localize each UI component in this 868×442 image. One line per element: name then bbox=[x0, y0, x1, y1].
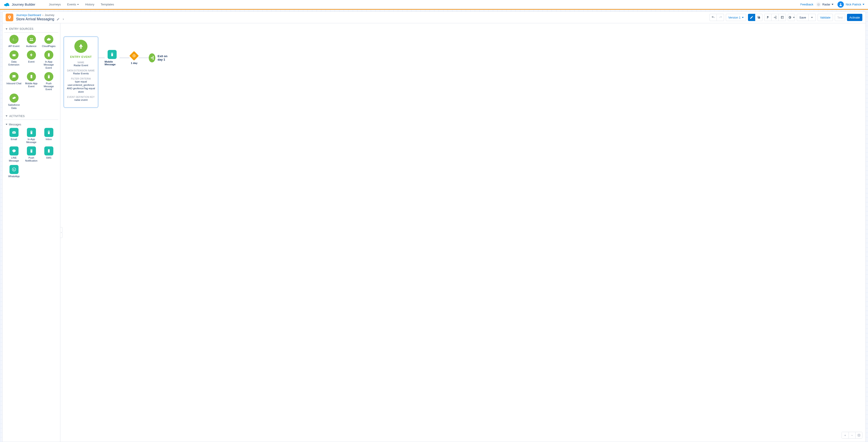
tile-in-app-message-event[interactable]: In-App Message Event bbox=[40, 51, 57, 69]
feedback-link[interactable]: Feedback bbox=[800, 3, 813, 6]
mobile-message-icon bbox=[107, 50, 117, 59]
save-button[interactable]: Save bbox=[797, 14, 809, 21]
svg-rect-14 bbox=[12, 54, 16, 54]
notes-button[interactable] bbox=[779, 14, 786, 21]
settings-group bbox=[788, 14, 795, 21]
tile-inbound-chat[interactable]: Inbound Chat bbox=[5, 72, 23, 91]
goal-icon-button[interactable] bbox=[764, 14, 772, 21]
test-button[interactable]: Test bbox=[835, 14, 845, 21]
tile-data-extension[interactable]: Data Extension bbox=[5, 51, 23, 69]
in-app-message-event-icon bbox=[44, 51, 53, 59]
tile-push-notification[interactable]: Push Notification bbox=[23, 147, 40, 162]
validate-button[interactable]: Validate bbox=[817, 14, 833, 21]
copy-mode-button[interactable] bbox=[755, 14, 763, 21]
tile-mobile-app-event[interactable]: Mobile App Event bbox=[23, 72, 40, 91]
tile-cloudpages[interactable]: CloudPages bbox=[40, 35, 57, 48]
version-dropdown[interactable]: Version 1 bbox=[726, 14, 746, 21]
svg-rect-27 bbox=[31, 131, 32, 132]
top-nav: Journey Builder Journeys Events History … bbox=[0, 0, 868, 9]
subsection-messages[interactable]: Messages bbox=[4, 122, 58, 128]
primary-nav: Journeys Events History Templates bbox=[49, 3, 114, 6]
audience-icon bbox=[27, 35, 36, 44]
activate-button[interactable]: Activate bbox=[847, 14, 862, 21]
undo-button[interactable] bbox=[710, 14, 717, 21]
mode-toggle-group bbox=[748, 14, 763, 21]
svg-rect-7 bbox=[758, 17, 760, 19]
page-header: Journeys Dashboard › Journey Store Arriv… bbox=[2, 12, 866, 23]
tile-line-message[interactable]: LINE Message bbox=[5, 147, 23, 162]
svg-point-4 bbox=[818, 4, 819, 5]
nav-templates[interactable]: Templates bbox=[101, 3, 114, 6]
activity-palette: ENTRY SOURCES {..} API Event Audience bbox=[2, 23, 60, 442]
push-notification-icon bbox=[27, 147, 36, 155]
svg-text:{..}: {..} bbox=[12, 38, 16, 41]
save-dropdown-button[interactable] bbox=[809, 14, 816, 21]
zoom-fit-button[interactable] bbox=[855, 432, 862, 438]
save-group: Save bbox=[797, 14, 816, 21]
overflow-chevron-icon[interactable] bbox=[62, 18, 65, 21]
data-extension-icon bbox=[9, 51, 19, 59]
breadcrumb-leaf: Journey bbox=[45, 13, 55, 17]
wait-icon bbox=[129, 51, 139, 61]
undo-redo-group bbox=[710, 14, 724, 21]
org-name: Radar bbox=[822, 3, 830, 6]
sms-icon bbox=[44, 147, 53, 155]
nav-journeys[interactable]: Journeys bbox=[49, 3, 61, 6]
svg-point-31 bbox=[12, 149, 16, 152]
svg-point-2 bbox=[7, 4, 9, 6]
tile-audience[interactable]: Audience bbox=[23, 35, 40, 48]
section-entry-sources[interactable]: ENTRY SOURCES bbox=[4, 26, 58, 33]
wait-node[interactable]: 1 day bbox=[129, 51, 138, 64]
event-icon bbox=[27, 51, 36, 59]
chevron-down-icon bbox=[6, 124, 7, 125]
caret-down-icon bbox=[863, 4, 864, 5]
exit-criteria-button[interactable] bbox=[772, 14, 779, 21]
breadcrumb-root[interactable]: Journeys Dashboard bbox=[16, 13, 41, 17]
user-avatar-icon bbox=[837, 1, 844, 8]
exit-node[interactable]: Exit on day 1 bbox=[149, 53, 170, 62]
section-activities[interactable]: ACTIVITIES bbox=[4, 113, 58, 120]
edit-mode-button[interactable] bbox=[748, 14, 755, 21]
tile-email[interactable]: Email bbox=[5, 128, 23, 144]
org-switcher[interactable]: Radar bbox=[822, 3, 833, 6]
tile-in-app-message[interactable]: In-App Message bbox=[23, 128, 40, 144]
svg-point-37 bbox=[80, 47, 82, 49]
zoom-in-button[interactable]: + bbox=[842, 432, 848, 438]
nav-events[interactable]: Events bbox=[67, 3, 79, 6]
tile-event[interactable]: Event bbox=[23, 51, 40, 69]
settings-button[interactable] bbox=[788, 14, 795, 21]
tile-salesforce-data[interactable]: Salesforce Data bbox=[5, 94, 23, 109]
svg-point-5 bbox=[817, 3, 820, 6]
tile-push-message-event[interactable]: Push Message Event bbox=[40, 72, 57, 91]
svg-rect-26 bbox=[31, 131, 32, 134]
edit-title-icon[interactable] bbox=[57, 18, 60, 21]
tile-whatsapp[interactable]: WhatsApp bbox=[5, 165, 23, 178]
journey-canvas[interactable]: ENTRY EVENT NAME Radar Event DATA EXTENS… bbox=[60, 23, 866, 442]
nav-history[interactable]: History bbox=[85, 3, 94, 6]
collapse-sidebar-handle[interactable] bbox=[60, 227, 62, 238]
svg-point-6 bbox=[840, 3, 841, 4]
tile-sms[interactable]: SMS bbox=[40, 147, 57, 162]
zoom-out-button[interactable]: − bbox=[848, 432, 855, 438]
mobile-app-event-icon bbox=[27, 72, 36, 81]
email-icon bbox=[9, 128, 19, 137]
redo-button[interactable] bbox=[717, 14, 724, 21]
svg-rect-33 bbox=[31, 150, 32, 150]
inbound-chat-icon bbox=[9, 72, 19, 81]
tile-api-event[interactable]: {..} API Event bbox=[5, 35, 23, 48]
svg-rect-39 bbox=[112, 53, 113, 54]
in-app-message-icon bbox=[27, 128, 36, 137]
app-name: Journey Builder bbox=[12, 2, 35, 6]
line-message-icon bbox=[9, 147, 19, 155]
mobile-message-node[interactable]: Mobile Message bbox=[105, 50, 120, 66]
svg-point-3 bbox=[5, 4, 7, 6]
cloudpages-icon bbox=[44, 35, 53, 44]
entry-event-icon bbox=[74, 40, 88, 53]
svg-rect-41 bbox=[858, 434, 860, 436]
breadcrumb: Journeys Dashboard › Journey bbox=[16, 13, 65, 17]
entry-event-card[interactable]: ENTRY EVENT NAME Radar Event DATA EXTENS… bbox=[64, 37, 98, 107]
salesforce-data-icon bbox=[9, 94, 19, 103]
user-menu[interactable]: Nick Patrick bbox=[837, 1, 864, 8]
svg-point-24 bbox=[13, 97, 16, 98]
tile-inbox[interactable]: Inbox bbox=[40, 128, 57, 144]
